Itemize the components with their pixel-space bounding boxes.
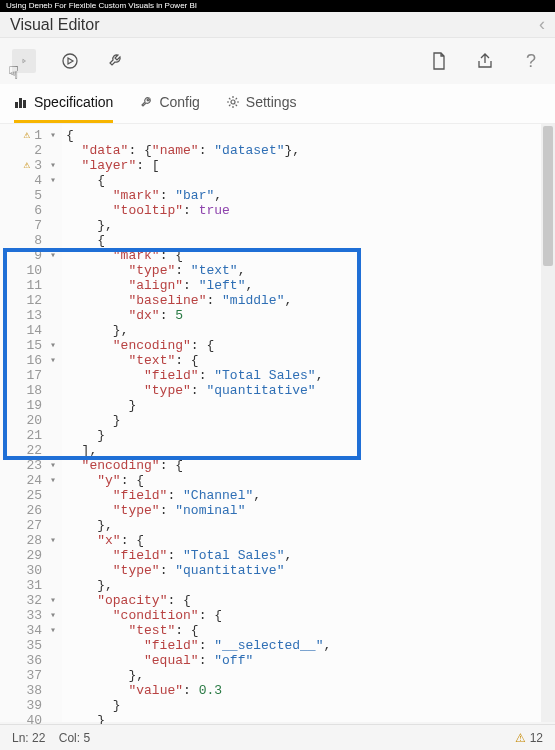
- warning-icon: ⚠: [515, 731, 526, 745]
- window-header: Visual Editor ‹: [0, 12, 555, 38]
- gutter: ⚠1▾2⚠3▾4▾56789▾101112131415▾16▾171819202…: [0, 124, 62, 722]
- code-editor[interactable]: ⚠1▾2⚠3▾4▾56789▾101112131415▾16▾171819202…: [0, 124, 555, 722]
- auto-apply-button[interactable]: [58, 49, 82, 73]
- scrollbar[interactable]: [541, 124, 555, 722]
- document-icon: [431, 52, 447, 70]
- line-value: 22: [32, 731, 45, 745]
- col-label: Col:: [59, 731, 80, 745]
- tab-label: Specification: [34, 94, 113, 110]
- svg-point-4: [231, 100, 235, 104]
- new-file-button[interactable]: [427, 49, 451, 73]
- code-area[interactable]: { "data": {"name": "dataset"}, "layer": …: [62, 124, 555, 722]
- svg-point-0: [63, 54, 77, 68]
- gear-icon: [226, 95, 240, 109]
- wrench-icon: [139, 95, 153, 109]
- scroll-thumb[interactable]: [543, 126, 553, 266]
- fix-button[interactable]: [104, 49, 128, 73]
- wrench-icon: [107, 52, 125, 70]
- bar-chart-icon: [14, 95, 28, 109]
- video-title-strip: Using Deneb For Flexible Custom Visuals …: [0, 0, 555, 12]
- warning-count: 12: [530, 731, 543, 745]
- share-icon: [476, 53, 494, 69]
- tab-config[interactable]: Config: [139, 84, 199, 123]
- window-title: Visual Editor: [10, 16, 100, 34]
- play-button[interactable]: [12, 49, 36, 73]
- status-bar: Ln: 22 Col: 5 ⚠ 12: [0, 724, 555, 750]
- cycle-play-icon: [61, 52, 79, 70]
- collapse-chevron-icon[interactable]: ‹: [539, 14, 545, 35]
- help-button[interactable]: ?: [519, 49, 543, 73]
- toolbar: ?: [0, 38, 555, 84]
- tab-label: Config: [159, 94, 199, 110]
- tab-label: Settings: [246, 94, 297, 110]
- svg-rect-3: [23, 100, 26, 108]
- editor-tabs: Specification Config Settings: [0, 84, 555, 124]
- svg-rect-2: [19, 98, 22, 108]
- help-icon: ?: [526, 51, 536, 72]
- export-button[interactable]: [473, 49, 497, 73]
- play-icon: [22, 54, 26, 68]
- svg-rect-1: [15, 102, 18, 108]
- line-label: Ln:: [12, 731, 29, 745]
- tab-settings[interactable]: Settings: [226, 84, 297, 123]
- col-value: 5: [83, 731, 90, 745]
- tab-specification[interactable]: Specification: [14, 84, 113, 123]
